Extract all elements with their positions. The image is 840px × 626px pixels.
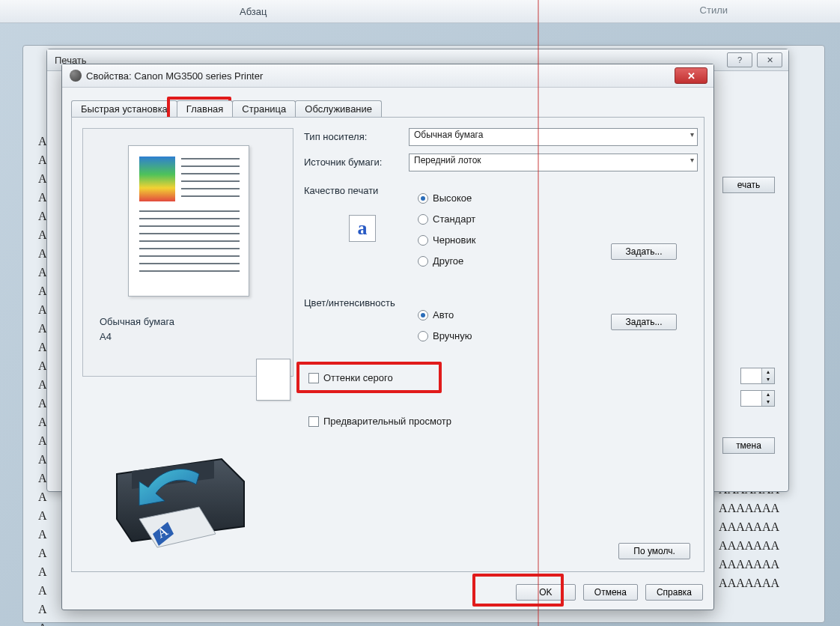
paper-source-label: Источник бумаги: — [304, 156, 382, 168]
quality-set-button[interactable]: Задать... — [611, 243, 677, 260]
tab-service[interactable]: Обслуживание — [295, 100, 382, 117]
cancel-button[interactable]: Отмена — [583, 584, 638, 601]
dialog-button-row: OK Отмена Справка — [516, 584, 703, 601]
document-left-column: for(let i=0;i<28;i++)document.write('<di… — [38, 132, 47, 626]
quality-draft-radio[interactable]: Черновик — [418, 234, 475, 246]
color-set-button[interactable]: Задать... — [611, 314, 677, 330]
radio-icon — [418, 256, 428, 267]
grayscale-checkbox[interactable]: Оттенки серого — [308, 372, 393, 383]
printer-icon — [70, 70, 82, 82]
color-manual-radio[interactable]: Вручную — [418, 330, 472, 341]
tabs-row: Быстрая установка Главная Страница Обслу… — [71, 100, 381, 117]
radio-icon — [418, 331, 428, 341]
quality-other-radio[interactable]: Другое — [418, 255, 463, 267]
preview-paper-size: A4 — [100, 329, 174, 344]
tab-quick-setup[interactable]: Быстрая установка — [71, 100, 177, 117]
media-type-label: Тип носителя: — [304, 131, 367, 142]
radio-icon — [418, 193, 428, 204]
properties-titlebar[interactable]: Свойства: Canon MG3500 series Printer ✕ — [62, 64, 713, 88]
media-type-combo[interactable]: Обычная бумага — [409, 128, 698, 146]
preview-before-print-checkbox[interactable]: Предварительный просмотр — [308, 416, 451, 427]
help-button[interactable]: Справка — [645, 584, 703, 601]
printer-properties-dialog: Свойства: Canon MG3500 series Printer ✕ … — [61, 64, 714, 610]
ribbon-group-styles: Стили — [700, 4, 728, 16]
quality-sample-icon: a — [349, 215, 376, 242]
properties-title: Свойства: Canon MG3500 series Printer — [86, 70, 263, 82]
print-quality-label: Качество печати — [304, 185, 378, 196]
radio-icon — [418, 214, 428, 225]
print-dialog-cancel-button[interactable]: тмена — [722, 437, 775, 454]
color-swatch-icon — [139, 156, 175, 201]
tab-pane-main: Обычная бумага A4 Тип носителя: Обычная … — [71, 117, 704, 572]
quality-high-radio[interactable]: Высокое — [418, 192, 472, 204]
preview-media-type: Обычная бумага — [100, 314, 174, 329]
print-dialog-print-button[interactable]: ечать — [722, 177, 775, 193]
print-close-button[interactable]: ✕ — [757, 52, 782, 67]
checkbox-icon — [308, 416, 319, 427]
ribbon: Абзац Стили — [0, 0, 840, 23]
checkbox-icon — [308, 373, 319, 383]
tab-page[interactable]: Страница — [232, 100, 296, 117]
printer-illustration-icon: A — [87, 429, 267, 556]
grayscale-thumbnail — [256, 359, 290, 401]
radio-icon — [418, 310, 428, 320]
preview-caption: Обычная бумага A4 — [100, 314, 174, 344]
print-spin-2[interactable]: ▴▾ — [740, 390, 775, 407]
ok-button[interactable]: OK — [516, 584, 576, 601]
document-right-column: for(let i=0;i<6;i++)document.write('<div… — [719, 480, 779, 592]
print-help-button[interactable]: ? — [727, 52, 752, 67]
print-spin-1[interactable]: ▴▾ — [740, 368, 775, 384]
tab-main[interactable]: Главная — [177, 100, 233, 117]
defaults-button[interactable]: По умолч. — [618, 543, 690, 559]
radio-icon — [418, 235, 428, 246]
color-intensity-label: Цвет/интенсивность — [304, 297, 395, 309]
color-auto-radio[interactable]: Авто — [418, 309, 454, 320]
quality-standard-radio[interactable]: Стандарт — [418, 213, 475, 225]
paper-preview — [128, 145, 249, 297]
paper-source-combo[interactable]: Передний лоток — [409, 154, 698, 171]
ribbon-group-paragraph: Абзац — [240, 6, 267, 17]
preview-panel: Обычная бумага A4 — [82, 128, 293, 377]
close-button[interactable]: ✕ — [675, 67, 707, 84]
